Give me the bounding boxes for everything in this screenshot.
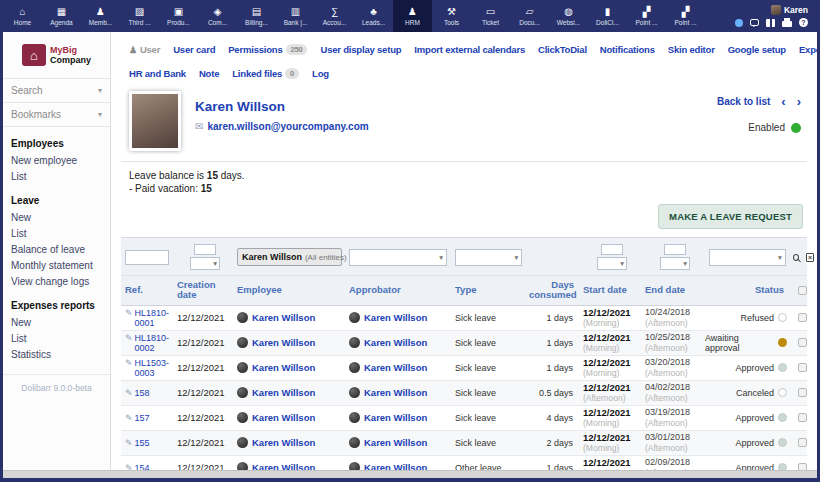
approbator-filter-select[interactable]: ▾ <box>349 249 447 266</box>
col-start-date[interactable]: Start date <box>579 285 641 295</box>
email-link[interactable]: karen.willson@yourcompany.com <box>207 121 368 132</box>
row-ref-link[interactable]: 154 <box>135 463 150 470</box>
tab-linked-files[interactable]: Linked files 0 <box>232 68 299 79</box>
ref-filter-input[interactable] <box>125 250 169 265</box>
menu-item-docu[interactable]: ▱ Docu... <box>510 0 549 32</box>
sidebar-link-expenses-reports-new[interactable]: New <box>11 314 102 330</box>
menu-item-tools[interactable]: ⚒ Tools <box>432 0 471 32</box>
tab-notifications[interactable]: Notifications <box>600 44 655 55</box>
employee-filter-select[interactable]: Karen Willson (All entities) ▾ <box>237 248 342 266</box>
bookmarks-dropdown[interactable]: Bookmarks ▾ <box>3 103 110 127</box>
row-approbator-link[interactable]: Karen Willson <box>364 312 427 323</box>
menu-item-accou[interactable]: ∑ Accou... <box>315 0 354 32</box>
gift-icon[interactable] <box>766 19 775 27</box>
menu-item-third[interactable]: ▨ Third ... <box>120 0 159 32</box>
row-ref-link[interactable]: 157 <box>135 413 150 423</box>
sidebar-link-expenses-reports-statistics[interactable]: Statistics <box>11 346 102 362</box>
tab-import-external-calendars[interactable]: Import external calendars <box>414 44 525 55</box>
menu-item-websi[interactable]: ◍ Websi... <box>549 0 588 32</box>
sidebar-link-leave-new[interactable]: New <box>11 209 102 225</box>
row-ref-link[interactable]: 155 <box>135 438 150 448</box>
next-record-icon[interactable]: › <box>797 95 801 108</box>
user-menu[interactable]: Karen <box>771 5 808 15</box>
menu-item-billing[interactable]: ▤ Billing... <box>237 0 276 32</box>
tab-skin-editor[interactable]: Skin editor <box>668 44 715 55</box>
menu-item-point[interactable]: ▞ Point ... <box>627 0 666 32</box>
row-checkbox[interactable] <box>798 388 807 397</box>
row-checkbox[interactable] <box>798 363 807 372</box>
row-employee-link[interactable]: Karen Willson <box>252 412 315 423</box>
start-date-filter[interactable]: ▾ <box>583 244 641 270</box>
row-checkbox[interactable] <box>798 413 807 422</box>
status-filter-select[interactable]: ▾ <box>709 249 786 266</box>
row-checkbox[interactable] <box>798 313 807 322</box>
back-to-list-link[interactable]: Back to list <box>717 96 770 107</box>
col-creation-date[interactable]: Creation date <box>173 280 233 301</box>
tab-note[interactable]: Note <box>199 68 219 79</box>
tab-google-setup[interactable]: Google setup <box>728 44 786 55</box>
row-employee-link[interactable]: Karen Willson <box>252 312 315 323</box>
search-icon[interactable] <box>793 254 799 261</box>
menu-item-home[interactable]: ⌂ Home <box>3 0 42 32</box>
menu-item-hrm[interactable]: ♟ HRM <box>393 0 432 32</box>
sidebar-link-employees-new-employee[interactable]: New employee <box>11 152 102 168</box>
creation-date-filter[interactable]: ▾ <box>177 244 233 270</box>
menu-item-com[interactable]: ◈ Com... <box>198 0 237 32</box>
type-filter-select[interactable]: ▾ <box>455 249 522 266</box>
row-employee-link[interactable]: Karen Willson <box>252 362 315 373</box>
tab-clicktodial[interactable]: ClickToDial <box>538 44 587 55</box>
printer-icon[interactable] <box>782 21 792 27</box>
col-employee[interactable]: Employee <box>233 285 345 295</box>
row-approbator-link[interactable]: Karen Willson <box>364 437 427 448</box>
col-status[interactable]: Status <box>705 285 789 295</box>
prev-record-icon[interactable]: ‹ <box>781 95 785 108</box>
end-date-filter[interactable]: ▾ <box>645 244 705 270</box>
menu-item-produ[interactable]: ▣ Produ... <box>159 0 198 32</box>
menu-item-memb[interactable]: ♟ Memb... <box>81 0 120 32</box>
search-dropdown[interactable]: Search ▾ <box>3 78 110 103</box>
menu-item-agenda[interactable]: ▦ Agenda <box>42 0 81 32</box>
sidebar-link-expenses-reports-list[interactable]: List <box>11 330 102 346</box>
menu-item-point[interactable]: ▞ Point ... <box>666 0 705 32</box>
company-logo[interactable]: ⌂ MyBig Company <box>3 36 110 78</box>
menu-item-bank[interactable]: ▥ Bank |... <box>276 0 315 32</box>
chat-icon[interactable] <box>750 19 759 26</box>
tab-user[interactable]: ♟ User <box>129 44 160 55</box>
select-all-checkbox[interactable] <box>798 286 807 295</box>
menu-item-leads[interactable]: ♣ Leads... <box>354 0 393 32</box>
sidebar-link-leave-monthly-statement[interactable]: Monthly statement <box>11 257 102 273</box>
col-days-consumed[interactable]: Days consumed <box>525 280 579 301</box>
tab-log[interactable]: Log <box>312 68 329 79</box>
blue-dot-icon[interactable] <box>735 19 743 27</box>
col-ref[interactable]: Ref. <box>121 285 173 295</box>
tab-user-card[interactable]: User card <box>173 44 215 55</box>
row-ref-link[interactable]: HL1810-0001 <box>135 308 173 329</box>
row-approbator-link[interactable]: Karen Willson <box>364 387 427 398</box>
row-employee-link[interactable]: Karen Willson <box>252 337 315 348</box>
row-approbator-link[interactable]: Karen Willson <box>364 362 427 373</box>
horizontal-scrollbar[interactable] <box>3 470 817 478</box>
help-icon[interactable]: ? <box>799 18 808 27</box>
clear-filters-icon[interactable]: × <box>806 253 814 262</box>
col-type[interactable]: Type <box>451 285 525 295</box>
col-end-date[interactable]: End date <box>641 285 705 295</box>
menu-item-ticket[interactable]: ▭ Ticket <box>471 0 510 32</box>
make-leave-request-button[interactable]: MAKE A LEAVE REQUEST <box>658 204 803 229</box>
tab-hr-and-bank[interactable]: HR and Bank <box>129 68 186 79</box>
row-employee-link[interactable]: Karen Willson <box>252 462 315 470</box>
sidebar-link-leave-view-change-logs[interactable]: View change logs <box>11 273 102 289</box>
row-employee-link[interactable]: Karen Willson <box>252 437 315 448</box>
row-ref-link[interactable]: HL1503-0003 <box>135 358 173 379</box>
row-ref-link[interactable]: HL1810-0002 <box>135 333 173 354</box>
tab-expense-report[interactable]: Expense report <box>799 44 817 55</box>
row-employee-link[interactable]: Karen Willson <box>252 387 315 398</box>
row-approbator-link[interactable]: Karen Willson <box>364 412 427 423</box>
tab-user-display-setup[interactable]: User display setup <box>320 44 401 55</box>
row-approbator-link[interactable]: Karen Willson <box>364 337 427 348</box>
row-checkbox[interactable] <box>798 438 807 447</box>
row-ref-link[interactable]: 158 <box>135 388 150 398</box>
user-photo[interactable] <box>129 91 181 151</box>
sidebar-link-employees-list[interactable]: List <box>11 168 102 184</box>
sidebar-link-leave-balance-of-leave[interactable]: Balance of leave <box>11 241 102 257</box>
col-approbator[interactable]: Approbator <box>345 285 451 295</box>
